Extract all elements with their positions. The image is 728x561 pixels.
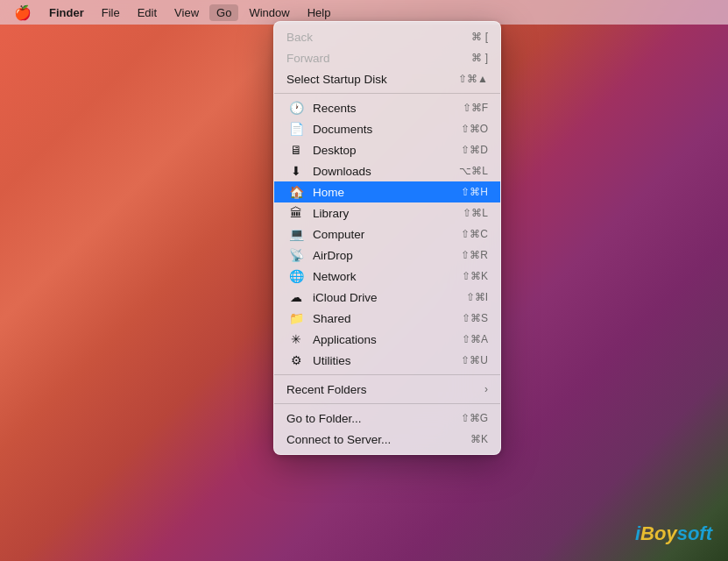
utilities-icon: ⚙	[286, 353, 306, 367]
home-icon: 🏠	[286, 185, 306, 199]
menu-item-downloads-shortcut: ⌥⌘L	[459, 165, 488, 177]
menu-item-back[interactable]: Back ⌘ [	[274, 26, 500, 47]
menu-item-airdrop[interactable]: 📡 AirDrop ⇧⌘R	[274, 245, 500, 266]
menu-item-shared-shortcut: ⇧⌘S	[462, 312, 488, 324]
help-menu[interactable]: Help	[300, 4, 338, 21]
go-dropdown-menu: Back ⌘ [ Forward ⌘ ] Select Startup Disk…	[273, 21, 501, 455]
recents-icon: 🕐	[286, 101, 306, 115]
menu-item-go-to-folder-label: Go to Folder...	[286, 412, 461, 425]
menu-item-connect-to-server-label: Connect to Server...	[286, 433, 470, 446]
menu-item-airdrop-shortcut: ⇧⌘R	[461, 249, 488, 261]
menu-item-home[interactable]: 🏠 Home ⇧⌘H	[274, 181, 500, 202]
menu-item-recents[interactable]: 🕐 Recents ⇧⌘F	[274, 97, 500, 118]
menu-item-documents[interactable]: 📄 Documents ⇧⌘O	[274, 118, 500, 139]
desktop-icon: 🖥	[286, 143, 306, 157]
menu-item-icloud-drive-shortcut: ⇧⌘I	[466, 291, 488, 303]
documents-icon: 📄	[286, 122, 306, 136]
menu-item-computer-label: Computer	[313, 228, 461, 241]
divider-1	[274, 93, 500, 94]
recent-folders-arrow-icon: ›	[484, 383, 488, 395]
menu-item-network-label: Network	[313, 270, 462, 283]
menu-item-library-label: Library	[313, 207, 463, 220]
menu-item-forward-shortcut: ⌘ ]	[471, 52, 488, 64]
divider-2	[274, 374, 500, 375]
menu-item-airdrop-label: AirDrop	[313, 249, 461, 262]
edit-menu[interactable]: Edit	[131, 4, 164, 21]
menu-item-desktop-shortcut: ⇧⌘D	[461, 144, 488, 156]
iboysoft-watermark: iBoysoft	[635, 522, 712, 545]
menu-item-recent-folders-label: Recent Folders	[286, 383, 484, 396]
finder-menu[interactable]: Finder	[42, 4, 91, 21]
menu-item-recents-label: Recents	[313, 102, 463, 115]
view-menu[interactable]: View	[167, 4, 206, 21]
menu-item-computer[interactable]: 💻 Computer ⇧⌘C	[274, 224, 500, 245]
menu-item-startup-disk-label: Select Startup Disk	[286, 73, 458, 86]
menu-item-icloud-drive-label: iCloud Drive	[313, 291, 466, 304]
icloud-icon: ☁	[286, 290, 306, 304]
menu-item-applications-label: Applications	[313, 333, 462, 346]
computer-icon: 💻	[286, 227, 306, 241]
menu-item-connect-to-server-shortcut: ⌘K	[470, 433, 488, 445]
menu-item-shared[interactable]: 📁 Shared ⇧⌘S	[274, 308, 500, 329]
menu-item-desktop-label: Desktop	[313, 144, 461, 157]
menu-item-library-shortcut: ⇧⌘L	[463, 207, 488, 219]
menu-item-documents-shortcut: ⇧⌘O	[461, 123, 488, 135]
window-menu[interactable]: Window	[242, 4, 296, 21]
menu-item-applications[interactable]: ✳ Applications ⇧⌘A	[274, 329, 500, 350]
menu-item-network[interactable]: 🌐 Network ⇧⌘K	[274, 266, 500, 287]
file-menu[interactable]: File	[95, 4, 127, 21]
menu-item-home-label: Home	[313, 186, 461, 199]
menu-item-icloud-drive[interactable]: ☁ iCloud Drive ⇧⌘I	[274, 287, 500, 308]
airdrop-icon: 📡	[286, 248, 306, 262]
menu-item-utilities-shortcut: ⇧⌘U	[461, 354, 488, 366]
menu-item-utilities[interactable]: ⚙ Utilities ⇧⌘U	[274, 350, 500, 371]
menu-item-documents-label: Documents	[313, 123, 461, 136]
menu-item-startup-disk-shortcut: ⇧⌘▲	[458, 73, 488, 85]
network-icon: 🌐	[286, 269, 306, 283]
menu-item-recents-shortcut: ⇧⌘F	[463, 102, 488, 114]
menu-item-network-shortcut: ⇧⌘K	[462, 270, 488, 282]
menu-item-startup-disk[interactable]: Select Startup Disk ⇧⌘▲	[274, 68, 500, 89]
downloads-icon: ⬇	[286, 164, 306, 178]
applications-icon: ✳	[286, 332, 306, 346]
menu-item-downloads-label: Downloads	[313, 165, 459, 178]
menu-item-back-shortcut: ⌘ [	[471, 31, 488, 43]
menu-item-forward[interactable]: Forward ⌘ ]	[274, 47, 500, 68]
menu-item-back-label: Back	[286, 31, 471, 44]
library-icon: 🏛	[286, 206, 306, 220]
shared-icon: 📁	[286, 311, 306, 325]
apple-menu[interactable]: 🍎	[7, 3, 39, 23]
menu-item-desktop[interactable]: 🖥 Desktop ⇧⌘D	[274, 139, 500, 160]
go-menu[interactable]: Go	[209, 4, 238, 21]
divider-3	[274, 403, 500, 404]
menu-item-connect-to-server[interactable]: Connect to Server... ⌘K	[274, 429, 500, 450]
menu-item-go-to-folder-shortcut: ⇧⌘G	[461, 412, 488, 424]
menu-item-forward-label: Forward	[286, 52, 471, 65]
menu-item-computer-shortcut: ⇧⌘C	[461, 228, 488, 240]
menu-item-downloads[interactable]: ⬇ Downloads ⌥⌘L	[274, 160, 500, 181]
menu-item-applications-shortcut: ⇧⌘A	[462, 333, 488, 345]
menu-item-library[interactable]: 🏛 Library ⇧⌘L	[274, 202, 500, 224]
menu-item-utilities-label: Utilities	[313, 354, 461, 367]
menu-item-go-to-folder[interactable]: Go to Folder... ⇧⌘G	[274, 408, 500, 429]
menu-item-recent-folders[interactable]: Recent Folders ›	[274, 379, 500, 400]
menu-item-shared-label: Shared	[313, 312, 462, 325]
menu-item-home-shortcut: ⇧⌘H	[461, 186, 488, 198]
